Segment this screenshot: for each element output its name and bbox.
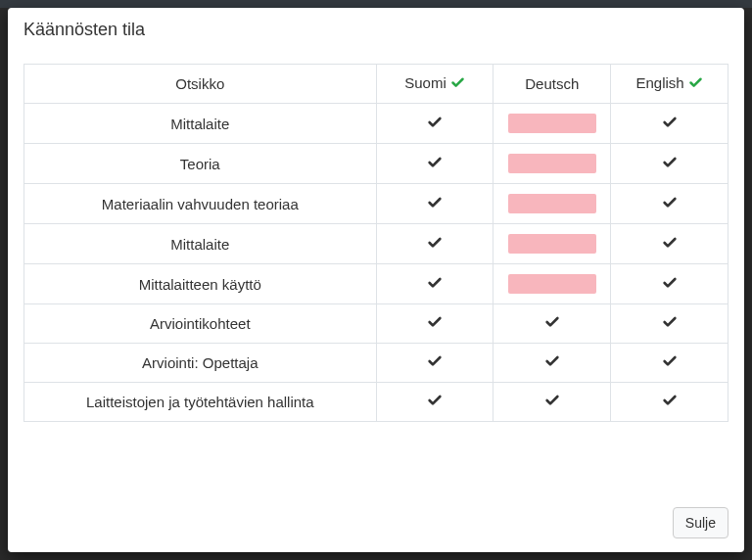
modal-footer: Sulje [8,493,744,552]
table-row: Arviointi: Opettaja [24,344,728,383]
status-cell [611,304,728,344]
check-icon [427,115,443,133]
lang-name: English [635,74,683,91]
table-row: Arviointikohteet [24,304,728,344]
row-title: Arviointi: Opettaja [24,344,377,383]
status-cell [611,264,728,304]
check-icon [662,275,678,294]
status-cell [494,264,611,304]
row-title: Teoria [24,144,377,184]
check-icon [688,75,703,93]
row-title: Materiaalin vahvuuden teoriaa [24,184,377,224]
status-cell [376,344,494,383]
check-icon [427,275,443,294]
missing-indicator [508,114,596,133]
status-cell [494,184,611,224]
row-title: Arviointikohteet [24,304,377,344]
table-row: Mittalaitteen käyttö [24,264,728,304]
check-icon [544,314,560,333]
status-cell [376,224,494,264]
check-icon [662,353,678,372]
table-header-row: Otsikko SuomiDeutschEnglish [24,65,728,104]
table-row: Laitteistojen ja työtehtävien hallinta [24,383,728,422]
background-nav [0,0,752,8]
status-cell [376,304,494,344]
table-row: Materiaalin vahvuuden teoriaa [24,184,728,224]
table-body: MittalaiteTeoriaMateriaalin vahvuuden te… [24,104,728,422]
check-icon [427,195,443,213]
check-icon [662,195,678,213]
status-cell [376,144,494,184]
lang-name: Suomi [404,74,446,91]
status-cell [376,383,494,422]
row-title: Mittalaite [24,104,377,144]
status-cell [494,224,611,264]
status-cell [611,224,728,264]
table-header-lang: Suomi [376,65,494,104]
check-icon [427,314,443,333]
status-cell [376,184,494,224]
status-cell [611,344,728,383]
check-icon [544,393,560,411]
translations-modal: Käännösten tila Otsikko SuomiDeutschEngl… [8,8,744,552]
check-icon [450,75,465,93]
close-button[interactable]: Sulje [673,507,728,538]
status-cell [611,144,728,184]
missing-indicator [508,234,596,254]
missing-indicator [508,274,596,294]
check-icon [427,155,443,173]
lang-name: Deutsch [525,75,579,92]
table-header-lang: Deutsch [494,65,611,104]
check-icon [662,314,678,333]
status-cell [611,104,728,144]
row-title: Laitteistojen ja työtehtävien hallinta [24,383,377,422]
check-icon [427,235,443,254]
status-cell [494,344,611,383]
modal-body: Otsikko SuomiDeutschEnglish MittalaiteTe… [8,64,744,493]
check-icon [427,393,443,411]
row-title: Mittalaite [24,224,377,264]
status-cell [376,104,494,144]
status-cell [376,264,494,304]
table-row: Mittalaite [24,104,728,144]
status-cell [611,184,728,224]
status-cell [494,144,611,184]
row-title: Mittalaitteen käyttö [24,264,377,304]
check-icon [662,155,678,173]
modal-title: Käännösten tila [24,20,728,40]
table-header-lang: English [611,65,728,104]
status-cell [494,383,611,422]
status-cell [494,304,611,344]
check-icon [427,353,443,372]
check-icon [662,393,678,411]
table-header-title: Otsikko [24,65,377,104]
check-icon [662,115,678,133]
missing-indicator [508,194,596,213]
check-icon [544,353,560,372]
check-icon [662,235,678,254]
table-row: Mittalaite [24,224,728,264]
translations-table: Otsikko SuomiDeutschEnglish MittalaiteTe… [24,64,728,422]
missing-indicator [508,154,596,173]
modal-header: Käännösten tila [8,8,744,64]
table-row: Teoria [24,144,728,184]
status-cell [611,383,728,422]
status-cell [494,104,611,144]
